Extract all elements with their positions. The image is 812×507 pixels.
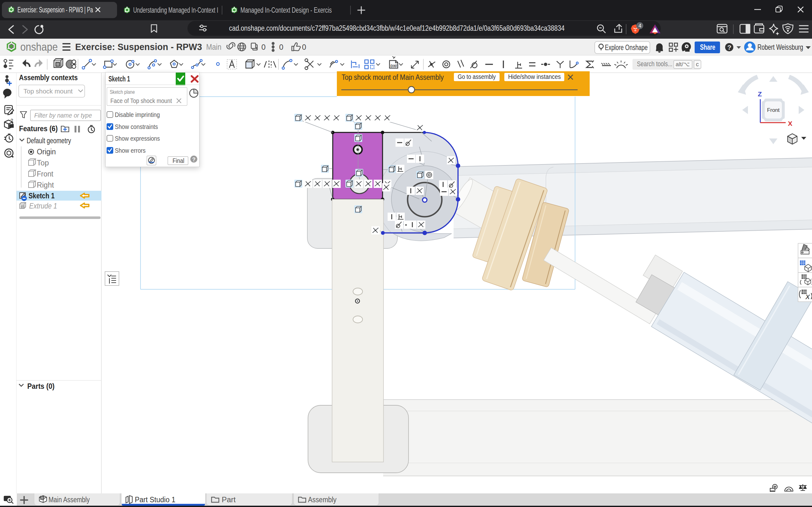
svg-text:Front: Front	[767, 107, 780, 113]
svg-text:Share: Share	[700, 43, 715, 51]
svg-text:Exercise: Suspension - RPW3: Exercise: Suspension - RPW3	[75, 42, 202, 52]
svg-text:Sketch 1: Sketch 1	[29, 192, 55, 200]
svg-text:Top shock mount: Top shock mount	[23, 88, 72, 95]
svg-text:x: x	[805, 291, 810, 301]
svg-text:Top shock mount of Main Assemb: Top shock mount of Main Assembly	[342, 73, 444, 81]
svg-text:Front: Front	[37, 170, 54, 178]
svg-text:Z: Z	[758, 90, 762, 98]
svg-text:Sketch plane: Sketch plane	[110, 89, 135, 95]
svg-text:Default geometry: Default geometry	[27, 136, 71, 145]
svg-text:Managed In-Context Design - Ex: Managed In-Context Design - Exercis	[241, 6, 332, 14]
svg-text:Assembly: Assembly	[308, 496, 337, 504]
svg-text:Filter by name or type: Filter by name or type	[34, 112, 92, 119]
svg-text:Go to assembly: Go to assembly	[458, 73, 496, 80]
svg-text:Top: Top	[37, 159, 49, 167]
svg-text:Extrude 1: Extrude 1	[29, 202, 57, 210]
svg-text:Exercise: Suspension - RPW3 |: Exercise: Suspension - RPW3 | Pa	[17, 6, 93, 14]
svg-text:0: 0	[302, 43, 306, 51]
svg-text:Right: Right	[37, 181, 54, 189]
svg-text:Parts (0): Parts (0)	[27, 382, 55, 390]
svg-text:Main: Main	[206, 43, 221, 51]
svg-text:?: ?	[10, 118, 13, 123]
svg-text:Show expressions: Show expressions	[115, 135, 160, 142]
svg-text:Part: Part	[222, 496, 236, 504]
svg-text:Sketch 1: Sketch 1	[108, 75, 130, 83]
svg-text:Main Assembly: Main Assembly	[49, 496, 90, 504]
svg-text:?: ?	[727, 44, 731, 51]
svg-text:Origin: Origin	[37, 148, 56, 156]
svg-text:Hide/show instances: Hide/show instances	[508, 73, 561, 80]
svg-text:Final: Final	[172, 157, 184, 164]
svg-text:cad.onshape.com/documents/c72f: cad.onshape.com/documents/c72ff97ba25498…	[229, 24, 565, 32]
svg-text:0: 0	[279, 43, 283, 51]
svg-text:Face of Top shock mount: Face of Top shock mount	[110, 97, 172, 104]
svg-text:Robert Weissburg: Robert Weissburg	[757, 43, 803, 51]
svg-text:Search tools...: Search tools...	[637, 60, 672, 68]
svg-text:DXF: DXF	[391, 64, 397, 68]
svg-text:Disable imprinting: Disable imprinting	[115, 111, 160, 118]
svg-text:alt/⌥: alt/⌥	[676, 61, 690, 67]
svg-text:X: X	[788, 120, 792, 127]
svg-text:Show errors: Show errors	[115, 147, 146, 154]
svg-text:0: 0	[261, 43, 265, 51]
svg-text:Features (6): Features (6)	[19, 124, 58, 133]
svg-text:Explore Onshape: Explore Onshape	[605, 43, 648, 52]
svg-text:?: ?	[192, 157, 195, 163]
svg-text:onshape: onshape	[20, 41, 58, 53]
svg-text:Show constraints: Show constraints	[115, 123, 158, 130]
svg-text:Assembly contexts: Assembly contexts	[19, 73, 78, 82]
svg-text:Understanding Managed In-Conte: Understanding Managed In-Context I	[133, 6, 218, 14]
svg-text:4: 4	[639, 23, 641, 29]
svg-text:Part Studio 1: Part Studio 1	[135, 496, 175, 504]
svg-text:c: c	[696, 61, 699, 67]
